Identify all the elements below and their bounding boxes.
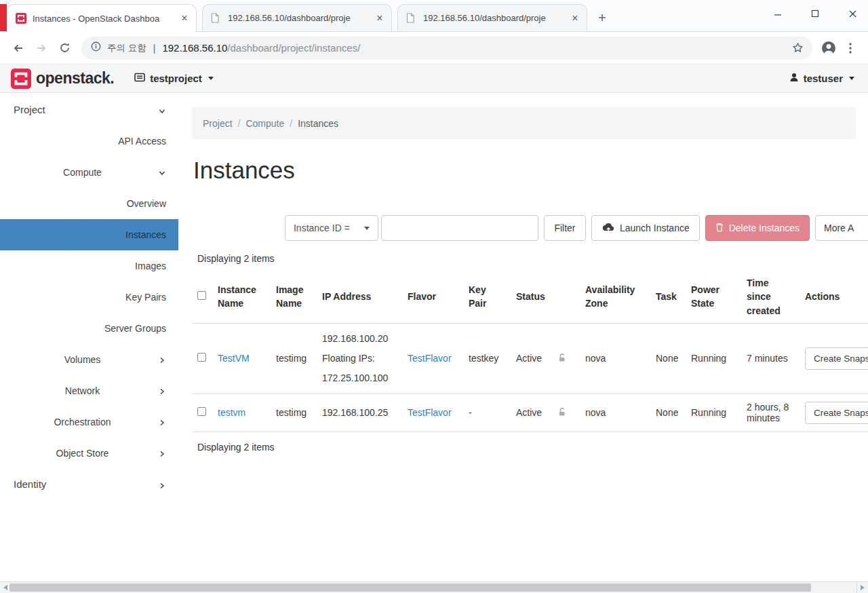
filter-input[interactable] [381,215,538,241]
col-power-state[interactable]: Power State [686,271,741,323]
chevron-down-icon [158,106,166,117]
table-toolbar: Instance ID = Filter Launch Instance [192,215,868,241]
create-snapshot-button[interactable]: Create Snaps [805,402,868,424]
chevron-right-icon [158,418,166,429]
caret-down-icon [364,227,370,230]
col-flavor[interactable]: Flavor [402,271,463,323]
sidebar-item-network[interactable]: Network [0,375,178,406]
chevron-right-icon [158,356,166,366]
item-count-top: Displaying 2 items [197,253,856,264]
security-status-label: 주의 요함 [107,42,146,54]
col-status[interactable]: Status [511,271,553,323]
row-checkbox[interactable] [197,407,206,416]
user-icon [789,73,799,84]
status-badge: Active [511,394,553,432]
col-key-pair[interactable]: Key Pair [463,271,511,323]
openstack-favicon-icon [16,13,26,24]
scroll-right-arrow-icon[interactable] [861,585,865,590]
back-button[interactable] [7,37,30,60]
sidebar-item-object-store[interactable]: Object Store [0,438,178,469]
sidebar-item-key-pairs[interactable]: Key Pairs [0,282,178,313]
chevron-right-icon [158,480,166,492]
tab-close-icon[interactable]: × [178,12,191,24]
app-header: openstack. testproject testuser [0,64,868,93]
col-time-since-created[interactable]: Time since created [741,271,800,323]
status-badge: Active [511,323,553,394]
browser-tab-3[interactable]: 192.168.56.10/dashboard/proje × [397,4,587,31]
minimize-button[interactable] [773,9,783,18]
flavor-link[interactable]: TestFlavor [408,353,452,364]
flavor-link[interactable]: TestFlavor [408,407,452,418]
col-actions: Actions [800,271,868,323]
page-favicon-icon [211,13,222,24]
instance-link[interactable]: TestVM [218,353,250,364]
window-edge-accent [0,4,7,31]
sidebar-item-server-groups[interactable]: Server Groups [0,313,178,344]
bookmark-star-icon[interactable] [788,39,807,58]
breadcrumb-project[interactable]: Project [203,118,233,129]
browser-window: Instances - OpenStack Dashboa × 192.168.… [0,0,868,593]
sidebar-item-compute[interactable]: Compute [0,157,178,188]
table-header-row: Instance Name Image Name IP Address Flav… [192,271,868,323]
scrollbar-thumb[interactable] [9,584,811,592]
table-row: TestVM testimg 192.168.100.20 Floating I… [192,323,868,394]
tab-close-icon[interactable]: × [569,12,581,24]
delete-instances-button[interactable]: Delete Instances [705,215,810,241]
more-actions-button[interactable]: More A [815,215,868,241]
select-all-checkbox[interactable] [197,291,206,300]
info-icon[interactable] [91,41,101,54]
tab-title: 192.168.56.10/dashboard/proje [423,13,566,23]
sidebar-item-images[interactable]: Images [0,250,178,282]
create-snapshot-button[interactable]: Create Snaps [805,347,868,370]
close-button[interactable] [848,9,857,18]
user-menu[interactable]: testuser [789,73,857,84]
scrollbar-divider [856,582,857,593]
tab-title: Instances - OpenStack Dashboa [33,14,176,24]
sidebar-item-api-access[interactable]: API Access [0,126,178,157]
trash-icon [715,223,724,234]
caret-down-icon [849,77,854,80]
unlock-icon [558,353,566,364]
forward-button[interactable] [30,37,53,60]
new-tab-button[interactable] [593,8,612,27]
horizontal-scrollbar[interactable] [0,581,868,593]
address-separator: | [153,43,156,54]
filter-button[interactable]: Filter [544,215,586,241]
address-bar[interactable]: 주의 요함 | 192.168.56.10 /dashboard/project… [81,37,812,60]
scroll-left-arrow-icon[interactable] [3,585,7,590]
tab-close-icon[interactable]: × [374,12,386,24]
window-controls [773,9,868,18]
url-path: /dashboard/project/instances/ [227,42,360,54]
caret-down-icon [208,77,214,80]
reload-button[interactable] [53,37,76,60]
profile-avatar[interactable] [818,37,840,59]
sidebar-item-identity[interactable]: Identity [0,469,178,500]
sidebar-item-instances[interactable]: Instances [0,219,178,250]
col-task[interactable]: Task [650,271,686,323]
maximize-button[interactable] [810,9,820,18]
sidebar-item-volumes[interactable]: Volumes [0,344,178,375]
breadcrumb: Project / Compute / Instances [192,107,856,139]
row-checkbox[interactable] [197,353,206,362]
col-ip-address[interactable]: IP Address [317,271,402,323]
sidebar-item-project[interactable]: Project [0,94,178,126]
sidebar-item-orchestration[interactable]: Orchestration [0,406,178,438]
col-availability-zone[interactable]: Availability Zone [580,271,650,323]
instances-table: Instance Name Image Name IP Address Flav… [192,271,868,432]
browser-menu-icon[interactable] [840,37,861,59]
breadcrumb-instances: Instances [298,118,338,129]
page-content: Project API Access Compute Overview Inst… [0,93,868,581]
filter-field-dropdown[interactable]: Instance ID = [285,215,378,241]
browser-tab-2[interactable]: 192.168.56.10/dashboard/proje × [202,4,392,31]
breadcrumb-compute[interactable]: Compute [245,118,284,129]
browser-tab-active[interactable]: Instances - OpenStack Dashboa × [7,4,197,32]
chevron-right-icon [158,387,166,398]
item-count-bottom: Displaying 2 items [197,442,856,453]
sidebar-item-overview[interactable]: Overview [0,188,178,219]
launch-instance-button[interactable]: Launch Instance [591,215,700,241]
instance-link[interactable]: testvm [218,407,245,418]
project-selector[interactable]: testproject [134,73,214,84]
col-instance-name[interactable]: Instance Name [212,271,271,323]
col-image-name[interactable]: Image Name [271,271,317,323]
chevron-right-icon [158,449,166,460]
